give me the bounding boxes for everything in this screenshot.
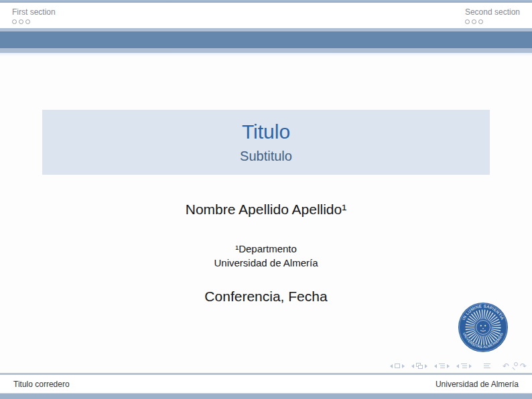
section-label-first[interactable]: First section bbox=[12, 7, 56, 17]
search-icon[interactable] bbox=[511, 362, 518, 370]
section-dot[interactable] bbox=[19, 19, 23, 24]
nav-group-subsection bbox=[434, 364, 450, 368]
header-bar-light-bottom bbox=[0, 48, 532, 53]
nav-group-history: ↶ ↷ bbox=[503, 362, 527, 370]
section-nav-second[interactable]: Second section bbox=[465, 3, 520, 28]
prev-section-icon[interactable] bbox=[456, 364, 459, 368]
subsection-icon[interactable] bbox=[439, 364, 445, 368]
institute-block: ¹Departmento Universidad de Almería bbox=[0, 242, 532, 270]
slide-icon[interactable] bbox=[395, 364, 400, 368]
next-slide-icon[interactable] bbox=[402, 364, 405, 368]
institute-university: Universidad de Almería bbox=[0, 256, 532, 270]
slide-subtitle: Subtitulo bbox=[240, 149, 292, 163]
go-back-icon[interactable]: ↶ bbox=[503, 362, 509, 370]
nav-group-slide bbox=[390, 364, 405, 368]
beamer-navigation-bar: ↶ ↷ bbox=[383, 362, 527, 370]
title-box: Titulo Subtitulo bbox=[42, 110, 490, 175]
university-seal-logo: IN LUMINE SAPIENTIA UNIVERSITAS ALMERIEN… bbox=[458, 302, 509, 353]
section-dot[interactable] bbox=[478, 19, 483, 24]
nav-group-presentation bbox=[484, 364, 490, 368]
section-navigation-header: First section Second section bbox=[0, 3, 532, 28]
section-dot[interactable] bbox=[12, 19, 17, 24]
footer-institution: Universidad de Almería bbox=[436, 380, 519, 389]
footer: Titulo corredero Universidad de Almería bbox=[0, 375, 532, 393]
section-label-second[interactable]: Second section bbox=[465, 7, 520, 17]
footer-bottom-bar bbox=[0, 393, 532, 399]
section-dots-second bbox=[465, 19, 520, 24]
section-dots-first bbox=[12, 19, 56, 24]
university-seal-icon: IN LUMINE SAPIENTIA UNIVERSITAS ALMERIEN… bbox=[458, 302, 509, 353]
nav-group-section bbox=[456, 364, 472, 368]
prev-subsection-icon[interactable] bbox=[434, 364, 437, 368]
frame-icon[interactable] bbox=[416, 363, 423, 369]
footer-short-title: Titulo corredero bbox=[13, 380, 70, 389]
header-bar-main bbox=[0, 31, 532, 48]
author-name: Nombre Apellido Apellido¹ bbox=[0, 202, 532, 218]
next-section-icon[interactable] bbox=[469, 364, 472, 368]
next-subsection-icon[interactable] bbox=[447, 364, 450, 368]
prev-frame-icon[interactable] bbox=[411, 364, 414, 368]
conference-date: Conferencia, Fecha bbox=[0, 289, 532, 305]
presentation-icon[interactable] bbox=[484, 364, 490, 368]
nav-group-frame bbox=[411, 363, 427, 369]
section-nav-first[interactable]: First section bbox=[12, 3, 56, 28]
prev-slide-icon[interactable] bbox=[390, 364, 393, 368]
next-frame-icon[interactable] bbox=[425, 364, 427, 368]
go-forward-icon[interactable]: ↷ bbox=[520, 362, 527, 370]
slide-title: Titulo bbox=[242, 121, 290, 143]
institute-department: ¹Departmento bbox=[0, 242, 532, 256]
section-dot[interactable] bbox=[25, 19, 30, 24]
section-dot[interactable] bbox=[465, 19, 470, 24]
section-icon[interactable] bbox=[461, 364, 467, 368]
header-bar-fade bbox=[0, 53, 532, 56]
section-dot[interactable] bbox=[472, 19, 476, 24]
beamer-title-slide: First section Second section Titulo Subt… bbox=[0, 0, 532, 399]
